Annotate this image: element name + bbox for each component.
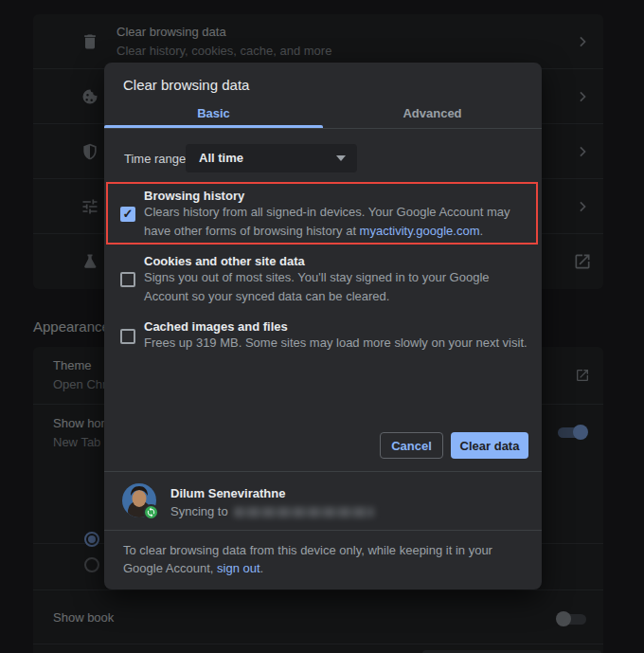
cookies-checkbox[interactable] bbox=[120, 272, 135, 287]
chrome-settings-screen: Clear browsing data Clear history, cooki… bbox=[0, 0, 644, 653]
myactivity-link[interactable]: myactivity.google.com bbox=[360, 224, 480, 238]
cached-images-title: Cached images and files bbox=[144, 319, 288, 334]
time-range-label: Time range bbox=[124, 152, 186, 166]
avatar bbox=[122, 483, 156, 517]
sign-out-link[interactable]: sign out bbox=[217, 561, 260, 575]
cached-images-checkbox[interactable] bbox=[120, 329, 135, 344]
dialog-footer-note: To clear browsing data from this device … bbox=[123, 541, 525, 577]
tab-strip-divider bbox=[104, 128, 542, 129]
profile-name: Dilum Senevirathne bbox=[170, 486, 285, 500]
check-icon: ✓ bbox=[123, 207, 134, 221]
cookies-title: Cookies and other site data bbox=[144, 254, 305, 268]
tab-advanced[interactable]: Advanced bbox=[323, 104, 542, 123]
dialog-divider bbox=[104, 530, 542, 531]
cached-images-desc: Frees up 319 MB. Some sites may load mor… bbox=[144, 334, 532, 353]
dialog-divider bbox=[104, 471, 542, 472]
cookies-desc: Signs you out of most sites. You'll stay… bbox=[144, 268, 532, 306]
browsing-history-desc: Clears history from all signed-in device… bbox=[144, 203, 532, 241]
dialog-title: Clear browsing data bbox=[123, 77, 249, 93]
time-range-value: All time bbox=[199, 151, 243, 165]
sync-ok-icon bbox=[143, 504, 159, 520]
clear-browsing-data-dialog: Clear browsing data Basic Advanced Time … bbox=[104, 63, 542, 590]
blurred-email bbox=[234, 507, 374, 517]
browsing-history-checkbox[interactable]: ✓ bbox=[120, 207, 135, 222]
clear-data-button[interactable]: Clear data bbox=[451, 432, 528, 459]
tab-basic[interactable]: Basic bbox=[104, 104, 323, 123]
profile-sync-status: Syncing to bbox=[170, 504, 374, 518]
browsing-history-title: Browsing history bbox=[144, 189, 244, 203]
cancel-button[interactable]: Cancel bbox=[380, 432, 443, 459]
time-range-select[interactable]: All time bbox=[186, 144, 357, 172]
chevron-down-icon bbox=[336, 155, 346, 161]
